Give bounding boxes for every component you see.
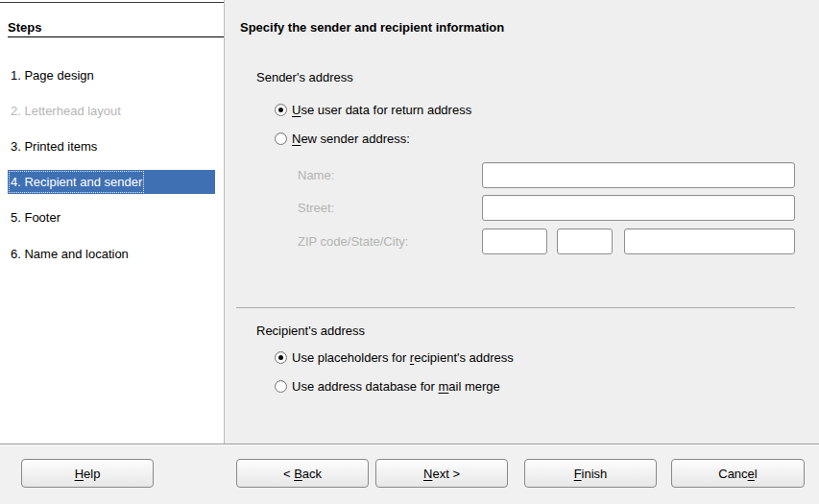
radio-use-user-data-label: Use user data for return address bbox=[292, 103, 471, 117]
section-divider bbox=[236, 307, 795, 308]
finish-button[interactable]: Finish bbox=[524, 459, 657, 488]
radio-use-placeholders-label: Use placeholders for recipient's address bbox=[292, 350, 514, 365]
radio-new-sender-address[interactable]: New sender address: bbox=[275, 127, 410, 151]
street-input[interactable] bbox=[482, 195, 795, 221]
name-input[interactable] bbox=[482, 162, 795, 188]
city-input[interactable] bbox=[624, 228, 795, 254]
zip-state-city-label: ZIP code/State/City: bbox=[298, 228, 408, 254]
step-label: 4. Recipient and sender bbox=[9, 171, 144, 193]
step-label: 1. Page design bbox=[9, 64, 96, 86]
radio-new-sender-address-label: New sender address: bbox=[292, 132, 410, 146]
radio-address-database-label: Use address database for mail merge bbox=[292, 379, 500, 394]
sidebar-item-name-and-location[interactable]: 6. Name and location bbox=[8, 242, 215, 266]
radio-unselected-icon bbox=[275, 132, 287, 145]
dialog-button-bar: Help < Back Next > Finish Cancel bbox=[0, 444, 819, 504]
sidebar-item-recipient-and-sender[interactable]: 4. Recipient and sender bbox=[8, 170, 215, 194]
sidebar-item-letterhead-layout: 2. Letterhead layout bbox=[8, 99, 215, 123]
state-input[interactable] bbox=[557, 228, 613, 254]
recipient-address-label: Recipient's address bbox=[256, 324, 365, 339]
radio-address-database[interactable]: Use address database for mail merge bbox=[275, 374, 500, 398]
letter-wizard-dialog: Steps 1. Page design 2. Letterhead layou… bbox=[0, 0, 819, 504]
next-button[interactable]: Next > bbox=[375, 459, 508, 488]
radio-selected-icon bbox=[275, 104, 287, 116]
page-title: Specify the sender and recipient informa… bbox=[240, 20, 504, 36]
sidebar-item-footer[interactable]: 5. Footer bbox=[8, 205, 215, 229]
sidebar-item-printed-items[interactable]: 3. Printed items bbox=[8, 134, 215, 158]
step-label: 5. Footer bbox=[9, 206, 62, 228]
step-label: 3. Printed items bbox=[9, 135, 99, 157]
zip-input[interactable] bbox=[482, 228, 547, 254]
step-label: 6. Name and location bbox=[9, 243, 131, 265]
step-label: 2. Letterhead layout bbox=[9, 100, 123, 122]
cancel-button[interactable]: Cancel bbox=[671, 459, 805, 488]
sidebar-item-page-design[interactable]: 1. Page design bbox=[8, 63, 215, 87]
wizard-page-recipient-and-sender: Specify the sender and recipient informa… bbox=[225, 0, 819, 444]
steps-heading-underline bbox=[8, 36, 224, 37]
sidebar-top-rule bbox=[0, 2, 224, 3]
radio-use-placeholders[interactable]: Use placeholders for recipient's address bbox=[275, 346, 514, 370]
back-button[interactable]: < Back bbox=[236, 459, 369, 488]
street-label: Street: bbox=[298, 195, 334, 221]
help-button[interactable]: Help bbox=[21, 459, 154, 488]
steps-sidebar: Steps 1. Page design 2. Letterhead layou… bbox=[0, 0, 224, 444]
sender-address-label: Sender's address bbox=[256, 70, 353, 85]
name-label: Name: bbox=[298, 162, 334, 188]
radio-use-user-data[interactable]: Use user data for return address bbox=[275, 98, 471, 122]
radio-unselected-icon bbox=[275, 380, 287, 393]
radio-selected-icon bbox=[275, 351, 287, 364]
steps-heading: Steps bbox=[8, 20, 41, 36]
